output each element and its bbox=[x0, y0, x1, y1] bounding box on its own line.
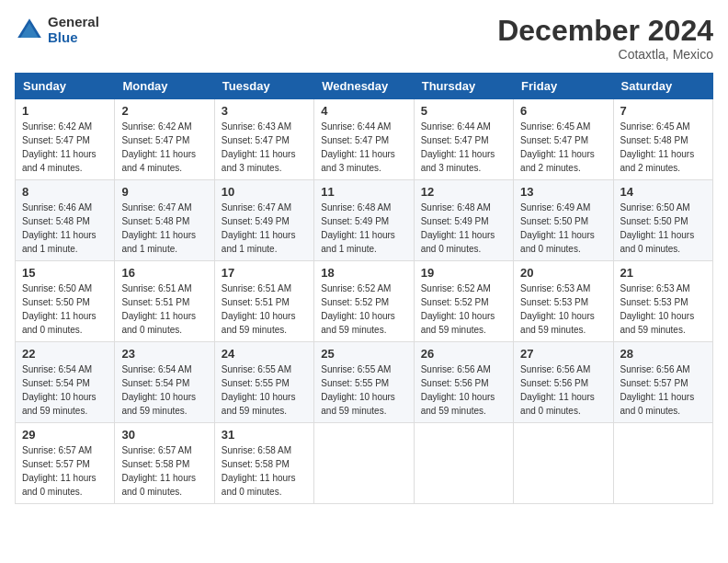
daylight-label: Daylight: 11 hours and 3 minutes. bbox=[421, 149, 495, 173]
day-info: Sunrise: 6:58 AM Sunset: 5:58 PM Dayligh… bbox=[222, 443, 307, 499]
calendar-week-row: 1 Sunrise: 6:42 AM Sunset: 5:47 PM Dayli… bbox=[16, 99, 713, 180]
sunset-label: Sunset: 5:54 PM bbox=[22, 378, 90, 388]
calendar-cell: 30 Sunrise: 6:57 AM Sunset: 5:58 PM Dayl… bbox=[115, 423, 214, 504]
daylight-label: Daylight: 11 hours and 1 minute. bbox=[321, 230, 395, 254]
sunrise-label: Sunrise: 6:54 AM bbox=[121, 364, 191, 374]
sunrise-label: Sunrise: 6:51 AM bbox=[121, 283, 191, 293]
sunset-label: Sunset: 5:48 PM bbox=[620, 135, 688, 145]
day-number: 16 bbox=[121, 266, 207, 280]
day-info: Sunrise: 6:50 AM Sunset: 5:50 PM Dayligh… bbox=[22, 282, 108, 337]
location: Cotaxtla, Mexico bbox=[497, 47, 713, 62]
daylight-label: Daylight: 10 hours and 59 minutes. bbox=[321, 392, 395, 416]
day-header-friday: Friday bbox=[514, 74, 613, 99]
daylight-label: Daylight: 11 hours and 0 minutes. bbox=[520, 392, 595, 416]
month-title: December 2024 bbox=[497, 15, 713, 47]
sunset-label: Sunset: 5:57 PM bbox=[22, 459, 90, 469]
calendar-cell: 28 Sunrise: 6:56 AM Sunset: 5:57 PM Dayl… bbox=[613, 342, 712, 423]
calendar-cell: 25 Sunrise: 6:55 AM Sunset: 5:55 PM Dayl… bbox=[314, 342, 414, 423]
daylight-label: Daylight: 11 hours and 2 minutes. bbox=[620, 149, 695, 173]
daylight-label: Daylight: 11 hours and 0 minutes. bbox=[620, 392, 695, 416]
sunrise-label: Sunrise: 6:56 AM bbox=[620, 364, 690, 374]
sunrise-label: Sunrise: 6:53 AM bbox=[620, 283, 690, 293]
sunrise-label: Sunrise: 6:45 AM bbox=[620, 121, 690, 132]
daylight-label: Daylight: 10 hours and 59 minutes. bbox=[121, 392, 196, 416]
daylight-label: Daylight: 11 hours and 0 minutes. bbox=[520, 230, 595, 254]
day-number: 27 bbox=[520, 347, 606, 361]
sunset-label: Sunset: 5:47 PM bbox=[222, 135, 290, 145]
calendar-cell: 29 Sunrise: 6:57 AM Sunset: 5:57 PM Dayl… bbox=[16, 423, 115, 504]
daylight-label: Daylight: 11 hours and 0 minutes. bbox=[222, 473, 296, 497]
sunrise-label: Sunrise: 6:51 AM bbox=[222, 283, 291, 293]
day-info: Sunrise: 6:51 AM Sunset: 5:51 PM Dayligh… bbox=[222, 282, 307, 337]
sunset-label: Sunset: 5:53 PM bbox=[520, 297, 588, 307]
sunrise-label: Sunrise: 6:54 AM bbox=[22, 364, 92, 374]
calendar-cell: 23 Sunrise: 6:54 AM Sunset: 5:54 PM Dayl… bbox=[115, 342, 214, 423]
calendar-cell: 11 Sunrise: 6:48 AM Sunset: 5:49 PM Dayl… bbox=[314, 180, 414, 261]
day-info: Sunrise: 6:52 AM Sunset: 5:52 PM Dayligh… bbox=[421, 282, 506, 337]
daylight-label: Daylight: 11 hours and 0 minutes. bbox=[620, 230, 695, 254]
daylight-label: Daylight: 11 hours and 1 minute. bbox=[121, 230, 196, 254]
calendar-cell: 31 Sunrise: 6:58 AM Sunset: 5:58 PM Dayl… bbox=[214, 423, 313, 504]
calendar-cell: 19 Sunrise: 6:52 AM Sunset: 5:52 PM Dayl… bbox=[414, 261, 513, 342]
sunrise-label: Sunrise: 6:52 AM bbox=[321, 283, 391, 293]
daylight-label: Daylight: 10 hours and 59 minutes. bbox=[222, 392, 296, 416]
sunrise-label: Sunrise: 6:56 AM bbox=[520, 364, 590, 374]
calendar-cell: 12 Sunrise: 6:48 AM Sunset: 5:49 PM Dayl… bbox=[414, 180, 513, 261]
sunset-label: Sunset: 5:48 PM bbox=[22, 216, 90, 226]
sunrise-label: Sunrise: 6:47 AM bbox=[222, 202, 291, 213]
sunset-label: Sunset: 5:54 PM bbox=[121, 378, 189, 388]
daylight-label: Daylight: 11 hours and 0 minutes. bbox=[421, 230, 495, 254]
day-info: Sunrise: 6:46 AM Sunset: 5:48 PM Dayligh… bbox=[22, 201, 108, 256]
sunrise-label: Sunrise: 6:44 AM bbox=[321, 121, 391, 132]
sunrise-label: Sunrise: 6:52 AM bbox=[421, 283, 491, 293]
sunrise-label: Sunrise: 6:50 AM bbox=[22, 283, 92, 293]
day-number: 19 bbox=[421, 266, 506, 280]
calendar-cell: 7 Sunrise: 6:45 AM Sunset: 5:48 PM Dayli… bbox=[613, 99, 712, 180]
calendar-week-row: 22 Sunrise: 6:54 AM Sunset: 5:54 PM Dayl… bbox=[16, 342, 713, 423]
calendar-table: SundayMondayTuesdayWednesdayThursdayFrid… bbox=[15, 73, 713, 504]
sunrise-label: Sunrise: 6:44 AM bbox=[421, 121, 491, 132]
sunset-label: Sunset: 5:47 PM bbox=[520, 135, 588, 145]
sunset-label: Sunset: 5:49 PM bbox=[421, 216, 489, 226]
day-header-saturday: Saturday bbox=[613, 74, 712, 99]
day-number: 1 bbox=[22, 104, 108, 118]
sunrise-label: Sunrise: 6:57 AM bbox=[22, 445, 92, 455]
day-number: 23 bbox=[121, 347, 207, 361]
calendar-cell: 13 Sunrise: 6:49 AM Sunset: 5:50 PM Dayl… bbox=[514, 180, 613, 261]
calendar-cell bbox=[314, 423, 414, 504]
calendar-cell: 21 Sunrise: 6:53 AM Sunset: 5:53 PM Dayl… bbox=[613, 261, 712, 342]
day-info: Sunrise: 6:56 AM Sunset: 5:56 PM Dayligh… bbox=[520, 362, 606, 418]
calendar-cell: 18 Sunrise: 6:52 AM Sunset: 5:52 PM Dayl… bbox=[314, 261, 414, 342]
daylight-label: Daylight: 11 hours and 4 minutes. bbox=[121, 149, 196, 173]
calendar-header-row: SundayMondayTuesdayWednesdayThursdayFrid… bbox=[16, 74, 713, 99]
daylight-label: Daylight: 11 hours and 0 minutes. bbox=[22, 473, 97, 497]
sunrise-label: Sunrise: 6:45 AM bbox=[520, 121, 590, 132]
sunset-label: Sunset: 5:52 PM bbox=[321, 297, 389, 307]
day-info: Sunrise: 6:53 AM Sunset: 5:53 PM Dayligh… bbox=[620, 282, 706, 337]
sunset-label: Sunset: 5:52 PM bbox=[421, 297, 489, 307]
page-header: General Blue December 2024 Cotaxtla, Mex… bbox=[15, 15, 713, 62]
logo-icon bbox=[15, 16, 44, 45]
calendar-cell: 24 Sunrise: 6:55 AM Sunset: 5:55 PM Dayl… bbox=[214, 342, 313, 423]
sunset-label: Sunset: 5:56 PM bbox=[520, 378, 588, 388]
day-number: 9 bbox=[121, 185, 207, 199]
daylight-label: Daylight: 10 hours and 59 minutes. bbox=[222, 311, 296, 335]
logo-text: General Blue bbox=[48, 15, 99, 45]
day-info: Sunrise: 6:56 AM Sunset: 5:57 PM Dayligh… bbox=[620, 362, 706, 418]
day-number: 10 bbox=[222, 185, 307, 199]
day-header-monday: Monday bbox=[115, 74, 214, 99]
daylight-label: Daylight: 10 hours and 59 minutes. bbox=[421, 392, 495, 416]
day-number: 17 bbox=[222, 266, 307, 280]
sunset-label: Sunset: 5:47 PM bbox=[321, 135, 389, 145]
calendar-cell: 22 Sunrise: 6:54 AM Sunset: 5:54 PM Dayl… bbox=[16, 342, 115, 423]
day-number: 31 bbox=[222, 428, 307, 442]
sunset-label: Sunset: 5:55 PM bbox=[321, 378, 389, 388]
daylight-label: Daylight: 11 hours and 1 minute. bbox=[222, 230, 296, 254]
day-number: 8 bbox=[22, 185, 108, 199]
daylight-label: Daylight: 10 hours and 59 minutes. bbox=[22, 392, 97, 416]
day-info: Sunrise: 6:42 AM Sunset: 5:47 PM Dayligh… bbox=[121, 120, 207, 175]
day-number: 24 bbox=[222, 347, 307, 361]
daylight-label: Daylight: 11 hours and 3 minutes. bbox=[222, 149, 296, 173]
calendar-cell: 8 Sunrise: 6:46 AM Sunset: 5:48 PM Dayli… bbox=[16, 180, 115, 261]
sunrise-label: Sunrise: 6:42 AM bbox=[22, 121, 92, 132]
